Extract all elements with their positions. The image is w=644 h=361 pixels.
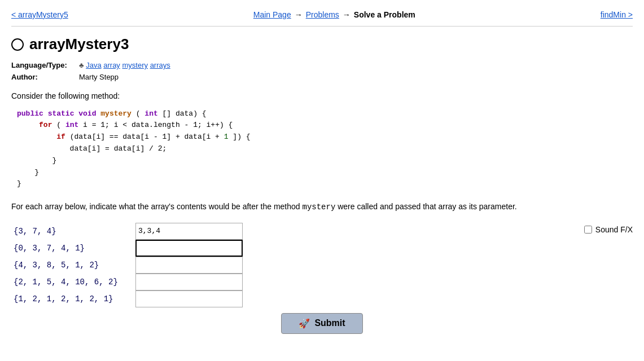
submit-label: Submit	[314, 318, 345, 328]
language-label: Language/Type:	[11, 60, 73, 72]
array-input-3[interactable]	[135, 274, 243, 290]
sound-fx-section: Sound F/X	[584, 223, 633, 234]
circle-icon	[11, 38, 24, 51]
fn-name: mystery	[100, 109, 132, 118]
array-input-2[interactable]	[135, 257, 243, 274]
nav-prev[interactable]: < arrayMystery5	[11, 10, 68, 19]
navigation-bar: < arrayMystery5 Main Page → Problems → S…	[11, 6, 633, 27]
code-line-5: }	[17, 155, 633, 167]
array-label-3: {2, 1, 5, 4, 10, 6, 2}	[11, 274, 135, 290]
code-plus: 1	[224, 133, 229, 141]
array-label-2: {4, 3, 8, 5, 1, 2}	[11, 257, 135, 274]
language-row: Language/Type: ♣ Java array mystery arra…	[11, 60, 633, 72]
main-page-link[interactable]: Main Page	[253, 10, 291, 19]
array-inputs	[135, 223, 243, 307]
meta-section: Language/Type: ♣ Java array mystery arra…	[11, 60, 633, 83]
next-link[interactable]: findMin >	[601, 10, 633, 19]
keyword-if: if	[56, 133, 65, 141]
code-line-3: if (data[i] == data[i - 1] + data[i + 1 …	[17, 131, 633, 143]
array-labels: {3, 7, 4} {0, 3, 7, 4, 1} {4, 3, 8, 5, 1…	[11, 223, 135, 307]
keyword-int-1: int	[144, 109, 157, 118]
keyword-for: for	[39, 121, 52, 129]
array-input-1[interactable]	[135, 240, 243, 257]
arrays-main: {3, 7, 4} {0, 3, 7, 4, 1} {4, 3, 8, 5, 1…	[11, 223, 243, 307]
arrays-outer: {3, 7, 4} {0, 3, 7, 4, 1} {4, 3, 8, 5, 1…	[11, 223, 633, 307]
problems-link[interactable]: Problems	[306, 10, 339, 19]
array-label-1: {0, 3, 7, 4, 1}	[11, 240, 135, 257]
author-label: Author:	[11, 72, 73, 83]
mystery-link[interactable]: mystery	[122, 61, 148, 69]
java-link[interactable]: Java	[86, 61, 101, 69]
submit-row: 🚀 Submit	[11, 313, 633, 334]
current-page-label: Solve a Problem	[354, 10, 415, 19]
array-input-4[interactable]	[135, 290, 243, 307]
submit-button[interactable]: 🚀 Submit	[281, 313, 362, 334]
question-text: For each array below, indicate what the …	[11, 200, 519, 213]
author-value: Marty Stepp	[79, 72, 119, 83]
code-line-4: data[i] = data[i] / 2;	[17, 143, 633, 155]
nav-breadcrumb: Main Page → Problems → Solve a Problem	[253, 10, 415, 19]
code-line-1: public static void mystery ( int [] data…	[17, 108, 633, 120]
language-value: ♣ Java array mystery arrays	[79, 60, 170, 72]
array-label-4: {1, 2, 1, 2, 1, 2, 1}	[11, 290, 135, 307]
keyword-public: public	[17, 109, 43, 118]
java-icon: ♣	[79, 61, 84, 69]
code-mystery-ref: mystery	[303, 202, 336, 212]
consider-text: Consider the following method:	[11, 91, 633, 100]
arrow-icon-1: →	[295, 10, 303, 19]
keyword-static: static	[48, 109, 75, 118]
keyword-void: void	[78, 109, 96, 118]
sound-fx-checkbox[interactable]	[584, 226, 592, 234]
page-title: arrayMystery3	[29, 36, 129, 53]
array-label-0: {3, 7, 4}	[11, 223, 135, 240]
code-line-6: }	[17, 167, 633, 179]
sound-fx-label: Sound F/X	[595, 225, 633, 234]
code-line-2: for ( int i = 1; i < data.length - 1; i+…	[17, 120, 633, 131]
code-block: public static void mystery ( int [] data…	[17, 108, 633, 191]
rocket-icon: 🚀	[299, 318, 310, 329]
keyword-int-2: int	[65, 121, 78, 129]
arrays-link[interactable]: arrays	[150, 61, 170, 69]
array-link[interactable]: array	[103, 61, 120, 69]
arrow-icon-2: →	[343, 10, 351, 19]
page-title-row: arrayMystery3	[11, 36, 633, 53]
nav-next[interactable]: findMin >	[601, 10, 633, 19]
author-row: Author: Marty Stepp	[11, 72, 633, 83]
code-line-7: }	[17, 178, 633, 190]
array-input-0[interactable]	[135, 223, 243, 240]
prev-link[interactable]: < arrayMystery5	[11, 10, 68, 19]
